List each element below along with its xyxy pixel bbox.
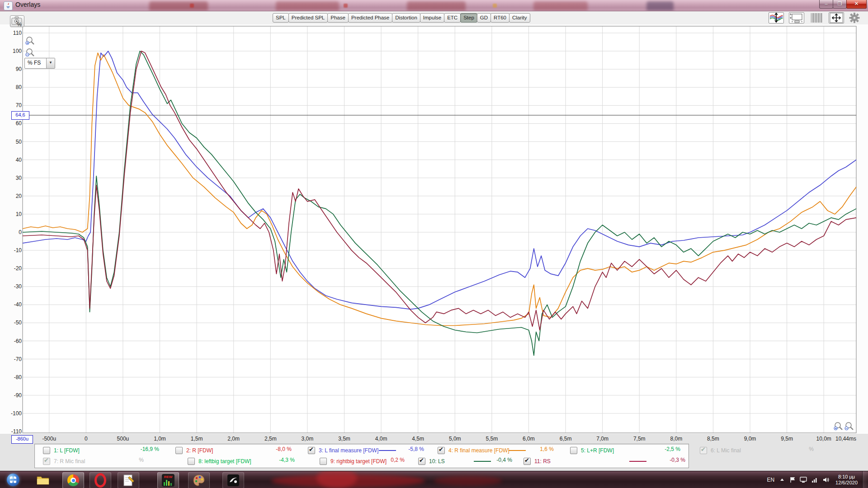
taskbar-app-opera[interactable] — [90, 472, 111, 488]
background-favicon — [190, 4, 194, 8]
x-tick-label: 7,0m — [596, 436, 609, 442]
tab-etc[interactable]: ETC — [444, 13, 461, 23]
legend-value: % — [108, 457, 144, 463]
x-tick-label: 10,44ms — [835, 436, 856, 442]
chart-background — [0, 24, 868, 446]
zoom-out-x-icon[interactable]: − — [844, 422, 854, 432]
language-indicator[interactable]: EN — [767, 477, 774, 483]
tab-predicted-spl[interactable]: Predicted SPL — [288, 13, 328, 23]
legend-value: 1,6 % — [518, 446, 554, 452]
legend-checkbox — [43, 458, 50, 465]
network-icon[interactable] — [811, 477, 818, 483]
legend-checkbox[interactable] — [308, 447, 315, 454]
titlebar[interactable]: Overlays – ❐ ✕ — [0, 0, 868, 11]
x-tick-label: 1,0m — [154, 436, 166, 442]
trace-scale-icon[interactable] — [769, 12, 784, 23]
taskbar-clock[interactable]: 8:10 μμ 12/6/2020 — [835, 474, 858, 486]
x-tick-label: 0 — [85, 436, 88, 442]
tab-rt60[interactable]: RT60 — [491, 13, 509, 23]
clock-time: 8:10 μμ — [835, 474, 858, 480]
tab-clarity[interactable]: Clarity — [509, 13, 530, 23]
gear-icon[interactable] — [849, 13, 863, 23]
y-tick-label: 100 — [6, 48, 22, 54]
tab-phase[interactable]: Phase — [327, 13, 349, 23]
legend-value: -0,3 % — [649, 457, 685, 463]
legend-label[interactable]: 2: R [FDW] — [186, 447, 213, 454]
legend-checkbox[interactable] — [175, 447, 183, 454]
legend-item: 8: leftbig target [FDW] — [188, 457, 251, 466]
tab-gd[interactable]: GD — [477, 13, 491, 23]
clock-date: 12/6/2020 — [835, 480, 858, 486]
y-tick-label: 60 — [6, 121, 22, 126]
close-button[interactable]: ✕ — [846, 0, 867, 9]
background-browser-tab — [533, 1, 588, 11]
tab-spl[interactable]: SPL — [273, 13, 289, 23]
zoom-out-y-icon[interactable]: − — [25, 48, 35, 58]
y-tick-label: 20 — [6, 193, 22, 199]
taskbar: REW EN 8:10 μμ 12/6/2020 — [0, 471, 868, 488]
y-tick-label: 80 — [6, 84, 22, 90]
legend-label[interactable]: 8: leftbig target [FDW] — [198, 458, 251, 465]
display-icon[interactable] — [800, 477, 807, 483]
legend-value: % — [778, 446, 814, 452]
taskbar-app-rew[interactable]: REW — [157, 472, 179, 488]
y-tick-label: 50 — [6, 139, 22, 145]
show-desktop-button[interactable] — [862, 471, 868, 488]
y-tick-label: -110 — [6, 429, 22, 434]
y-tick-label: 10 — [6, 211, 22, 217]
tab-predicted-phase[interactable]: Predicted Phase — [348, 13, 392, 23]
legend-label[interactable]: 5: L+R [FDW] — [581, 447, 614, 454]
tab-step[interactable]: Step — [460, 13, 477, 23]
action-center-flag[interactable] — [789, 477, 796, 483]
x-tick-label: -500u — [42, 436, 56, 442]
taskbar-app-explorer-folder[interactable] — [33, 472, 53, 488]
pan-icon[interactable] — [829, 12, 844, 23]
y-tick-label: -10 — [6, 248, 22, 253]
y-tick-label: -70 — [6, 357, 22, 362]
start-button[interactable] — [3, 472, 24, 488]
chevron-down-icon[interactable]: ▼ — [46, 58, 55, 68]
legend-label[interactable]: 7: R Mic final — [54, 458, 85, 465]
tab-distortion[interactable]: Distortion — [392, 13, 420, 23]
zoom-in-y-icon[interactable]: + — [25, 36, 35, 46]
legend-label[interactable]: 9: rightbig target [FDW] — [330, 458, 387, 465]
svg-text:+: + — [835, 427, 837, 431]
x-tick-label: 5,0m — [449, 436, 461, 442]
y-tick-label: -50 — [6, 320, 22, 325]
zoom-in-x-icon[interactable]: + — [834, 422, 844, 432]
fit-to-window-icon[interactable] — [789, 12, 804, 23]
legend-item: 7: R Mic final — [43, 457, 85, 466]
taskbar-app-chrome[interactable] — [62, 472, 84, 488]
columns-icon[interactable] — [809, 13, 824, 23]
legend-label[interactable]: 4: R final measure [FDW] — [448, 447, 509, 454]
legend-checkbox[interactable] — [418, 458, 425, 465]
legend-label[interactable]: 1: L [FDW] — [54, 447, 80, 454]
background-browser-tab — [276, 1, 339, 11]
x-tick-label: 9,0m — [744, 436, 756, 442]
taskbar-app-paint-palette[interactable] — [188, 472, 210, 488]
legend-checkbox[interactable] — [570, 447, 577, 454]
legend-checkbox[interactable] — [438, 447, 445, 454]
legend-label[interactable]: 6: L Mic final — [711, 447, 741, 454]
legend-label[interactable]: 11: RS — [534, 458, 551, 465]
hidden-icons-arrow[interactable] — [779, 477, 785, 483]
taskbar-app-foobar2000[interactable] — [222, 472, 244, 488]
y-tick-label: 90 — [6, 66, 22, 72]
maximize-button[interactable]: ❐ — [833, 0, 847, 9]
legend-checkbox[interactable] — [43, 447, 50, 454]
cursor-x-label: -860u — [11, 435, 33, 444]
y-axis-mode-select[interactable]: % FS ▼ — [24, 58, 55, 69]
volume-icon[interactable] — [822, 477, 830, 483]
legend-label[interactable]: 3: L final measure [FDW] — [319, 447, 378, 454]
taskbar-app-text-editor[interactable] — [118, 472, 139, 488]
tab-impulse[interactable]: Impulse — [420, 13, 444, 23]
overlays-window — [0, 11, 868, 471]
x-tick-label: 8,0m — [670, 436, 682, 442]
legend-label[interactable]: 10: LS — [429, 458, 445, 465]
legend-checkbox[interactable] — [524, 458, 531, 465]
legend-checkbox[interactable] — [188, 458, 195, 465]
y-tick-label: 70 — [6, 103, 22, 108]
minimize-button[interactable]: – — [819, 0, 833, 9]
x-tick-label: 8,5m — [707, 436, 719, 442]
legend-checkbox[interactable] — [320, 458, 327, 465]
